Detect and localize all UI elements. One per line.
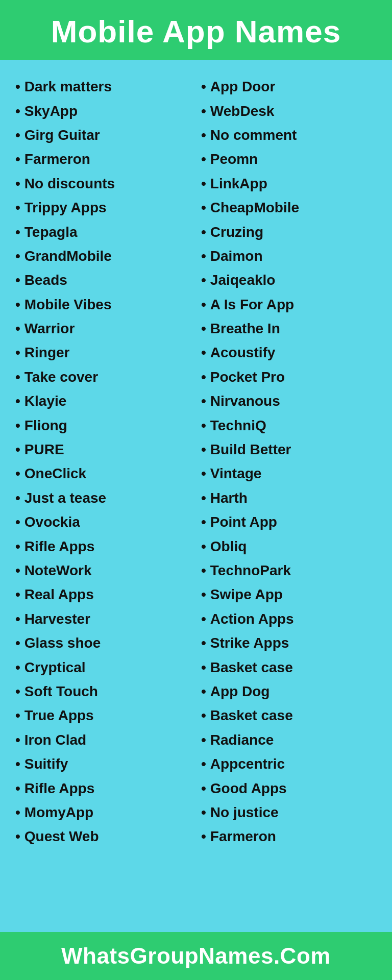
- list-item: Take cover: [15, 365, 191, 389]
- list-item: SkyApp: [15, 99, 191, 123]
- list-item: Cryptical: [15, 655, 191, 679]
- list-item: No discounts: [15, 172, 191, 195]
- list-item: PURE: [15, 437, 191, 461]
- list-item: Jaiqeaklo: [201, 268, 377, 292]
- list-item: Acoustify: [201, 340, 377, 364]
- list-item: Pocket Pro: [201, 365, 377, 389]
- list-item: CheapMobile: [201, 195, 377, 219]
- left-column: Dark mattersSkyAppGirg GuitarFarmeronNo …: [10, 75, 196, 849]
- right-list: App DoorWebDeskNo commentPeomnLinkAppChe…: [201, 75, 377, 849]
- list-item: No comment: [201, 123, 377, 147]
- list-item: Rifle Apps: [15, 534, 191, 558]
- list-item: Breathe In: [201, 316, 377, 340]
- list-item: A Is For App: [201, 292, 377, 316]
- footer-title: WhatsGroupNames.Com: [15, 943, 377, 969]
- page-title: Mobile App Names: [15, 14, 377, 49]
- list-item: Good Apps: [201, 776, 377, 800]
- list-item: LinkApp: [201, 172, 377, 195]
- list-item: TechnoPark: [201, 558, 377, 582]
- list-item: Vintage: [201, 461, 377, 485]
- left-list: Dark mattersSkyAppGirg GuitarFarmeronNo …: [15, 75, 191, 849]
- list-item: Action Apps: [201, 607, 377, 631]
- list-item: Farmeron: [15, 147, 191, 171]
- list-item: NoteWork: [15, 558, 191, 582]
- list-item: Daimon: [201, 244, 377, 268]
- list-item: Nirvanous: [201, 389, 377, 413]
- right-column: App DoorWebDeskNo commentPeomnLinkAppChe…: [196, 75, 382, 849]
- list-item: Peomn: [201, 147, 377, 171]
- list-item: Quest Web: [15, 824, 191, 848]
- list-item: Real Apps: [15, 582, 191, 606]
- list-item: TechniQ: [201, 413, 377, 437]
- page-footer: WhatsGroupNames.Com: [0, 932, 392, 980]
- list-item: Suitify: [15, 752, 191, 776]
- list-item: True Apps: [15, 703, 191, 727]
- list-item: Farmeron: [201, 824, 377, 848]
- list-item: Ringer: [15, 340, 191, 364]
- list-item: Appcentric: [201, 752, 377, 776]
- list-item: Mobile Vibes: [15, 292, 191, 316]
- columns-wrapper: Dark mattersSkyAppGirg GuitarFarmeronNo …: [10, 75, 382, 849]
- list-item: Trippy Apps: [15, 195, 191, 219]
- list-item: Warrior: [15, 316, 191, 340]
- main-content: Dark mattersSkyAppGirg GuitarFarmeronNo …: [0, 60, 392, 932]
- list-item: Tepagla: [15, 220, 191, 244]
- list-item: Girg Guitar: [15, 123, 191, 147]
- list-item: Point App: [201, 510, 377, 534]
- list-item: OneClick: [15, 461, 191, 485]
- list-item: Harvester: [15, 607, 191, 631]
- list-item: Rifle Apps: [15, 776, 191, 800]
- list-item: MomyApp: [15, 800, 191, 824]
- list-item: Obliq: [201, 534, 377, 558]
- list-item: GrandMobile: [15, 244, 191, 268]
- list-item: No justice: [201, 800, 377, 824]
- list-item: WebDesk: [201, 99, 377, 123]
- list-item: Glass shoe: [15, 631, 191, 655]
- list-item: Dark matters: [15, 75, 191, 99]
- list-item: Iron Clad: [15, 728, 191, 752]
- page-header: Mobile App Names: [0, 0, 392, 60]
- list-item: Basket case: [201, 655, 377, 679]
- list-item: Fliong: [15, 413, 191, 437]
- list-item: Beads: [15, 268, 191, 292]
- list-item: Build Better: [201, 437, 377, 461]
- list-item: Cruzing: [201, 220, 377, 244]
- list-item: Basket case: [201, 703, 377, 727]
- list-item: Klayie: [15, 389, 191, 413]
- list-item: App Dog: [201, 679, 377, 703]
- list-item: Swipe App: [201, 582, 377, 606]
- list-item: Strike Apps: [201, 631, 377, 655]
- list-item: Just a tease: [15, 486, 191, 510]
- list-item: Soft Touch: [15, 679, 191, 703]
- list-item: Radiance: [201, 728, 377, 752]
- list-item: Harth: [201, 486, 377, 510]
- list-item: Ovockia: [15, 510, 191, 534]
- list-item: App Door: [201, 75, 377, 99]
